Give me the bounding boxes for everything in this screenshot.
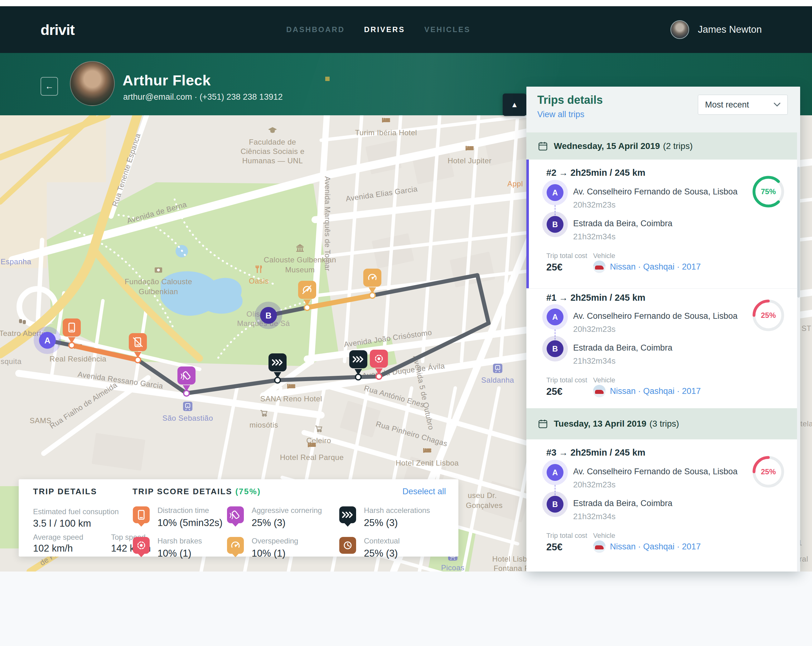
top-navbar: drivit DASHBOARD DRIVERS VEHICLES James … [0,6,812,53]
bed-map-icon [466,146,474,151]
chevron-down-icon [774,102,780,107]
nav-vehicles[interactable]: VEHICLES [424,25,470,34]
panel-collapse-button[interactable]: ▲ [503,93,527,116]
phone-icon [133,506,150,528]
sort-dropdown[interactable]: Most recent [698,95,788,115]
from-time: 20h32m23s [573,325,615,334]
from-time: 20h32m23s [573,480,615,489]
score-item-contextual[interactable]: Contextual25% (3) [339,536,449,567]
from-address: Av. Conselheiro Fernando de Sousa, Lisbo… [573,311,737,321]
bed-map-icon [308,442,316,447]
trip-card[interactable]: #1 → 2h25min / 245 km A Av. Conselheiro … [527,288,800,408]
group-count: (3 trips) [650,419,679,428]
bed-map-icon [287,384,295,389]
nav-dashboard[interactable]: DASHBOARD [286,25,345,34]
map-label: Hotel Real Parque [280,453,344,462]
arrow-icon: → [559,293,568,303]
to-time: 21h32m34s [573,356,615,366]
cost-value: 25€ [546,386,563,397]
trip-score-gauge: 25% [752,456,785,488]
score-item-harsh-brakes[interactable]: Harsh brakes10% (1) [133,536,227,567]
app-logo: drivit [41,21,75,38]
score-item-harsh-accelerations[interactable]: Harsh accelerations25% (3) [339,506,449,536]
from-address: Av. Conselheiro Fernando de Sousa, Lisbo… [573,187,737,197]
map-label: Hotel Jupiter [447,157,491,165]
stop-b-badge: B [546,216,563,233]
nav-drivers[interactable]: DRIVERS [364,25,405,34]
to-address: Estrada da Beira, Coimbra [573,343,672,353]
map-label: Fundação Calouste [125,277,192,286]
map-label: Hotel Zenit Lisboa [396,459,459,467]
station-map-icon [493,364,502,373]
arrow-icon: → [559,168,568,178]
car-thumbnail [593,261,606,273]
trips-panel-title: Trips details [537,93,603,107]
fuel-value: 3.5 l / 100 km [33,518,91,529]
brake-disc-icon [133,536,150,558]
deselect-all-link[interactable]: Deselect all [402,487,446,497]
cost-value: 25€ [546,262,563,273]
date-group-header: Wednesday, 15 April 2019(2 trips) [527,133,800,160]
route-endpoint-B[interactable]: B [255,302,282,329]
to-time: 21h32m34s [573,232,615,242]
score-item-aggressive-cornering[interactable]: Aggressive cornering25% (3) [227,506,339,536]
map-label: Real Residência [50,355,106,363]
cost-label: Trip total cost [546,532,587,540]
car-skid-icon [227,506,244,528]
trips-panel: Trips details View all trips Most recent… [527,87,800,571]
stop-a-badge: A [546,184,563,201]
cost-value: 25€ [546,542,563,553]
scrollbar-track[interactable] [797,133,800,571]
trip-score-title: TRIP SCORE DETAILS (75%) [133,487,261,497]
user-avatar [670,20,689,39]
car-thumbnail [593,385,606,397]
user-menu[interactable]: James Newton [670,20,762,39]
avg-speed-label: Average speed [33,533,83,542]
map-label: SANA Reno Hotel [260,395,322,403]
route-endpoint-A[interactable]: A [34,327,61,354]
vehicle-link[interactable]: Nissan · Qashqai · 2017 [593,261,701,273]
back-button[interactable]: ← [41,77,58,96]
driver-avatar [70,61,115,106]
map-label: squita [1,357,21,366]
fuel-label: Estimated fuel consuption [33,507,119,516]
trip-card[interactable]: #2 → 2h25min / 245 km A Av. Conselheiro … [527,160,800,288]
chevrons-icon [339,506,356,528]
driver-name: Arthur Fleck [122,72,211,89]
view-all-trips-link[interactable]: View all trips [537,110,585,119]
trip-score-gauge: 25% [752,299,785,332]
score-item-distraction[interactable]: Distraction time10% (5min32s) [133,506,227,536]
map-label: miosótis [249,421,278,429]
calendar-icon [538,142,548,151]
map-label: Espanha [1,257,31,266]
trip-details-panel: TRIP DETAILS Estimated fuel consuption 3… [19,479,458,556]
stop-a-badge: A [546,464,563,481]
calendar-icon [538,419,548,428]
map-label: useu Dr. [468,491,497,500]
trip-card[interactable]: #3 → 2h25min / 245 km A Av. Conselheiro … [527,439,800,571]
map-label: Humanas — UNL [242,157,303,165]
map-label: Museum [285,265,314,274]
score-item-overspeeding[interactable]: Overspeeding10% (1) [227,536,339,567]
vehicle-link[interactable]: Nissan · Qashqai · 2017 [593,385,701,397]
speedometer-icon [227,536,244,558]
vehicle-link[interactable]: Nissan · Qashqai · 2017 [593,540,701,553]
group-count: (2 trips) [663,141,693,151]
car-thumbnail [593,540,606,553]
vehicle-label: Vehicle [593,376,615,384]
from-time: 20h32m23s [573,200,615,210]
map-label: Appl [507,180,523,188]
map-artifact-dot [325,77,330,81]
stop-b-badge: B [546,340,563,357]
map-label: São Sebastião [162,414,213,422]
vehicle-label: Vehicle [593,532,615,540]
trip-title: #2 → 2h25min / 245 km [546,168,646,178]
trip-score-gauge: 75% [752,175,785,208]
driver-contact: arthur@email.com · (+351) 238 238 13912 [123,92,282,102]
map-label: Oasis [249,277,269,285]
top-strip [0,0,812,6]
scrollbar-thumb[interactable] [797,167,800,298]
map-label: Gonçalves [466,501,503,509]
trip-score-percent: (75%) [235,487,261,496]
bed-map-icon [382,118,390,122]
